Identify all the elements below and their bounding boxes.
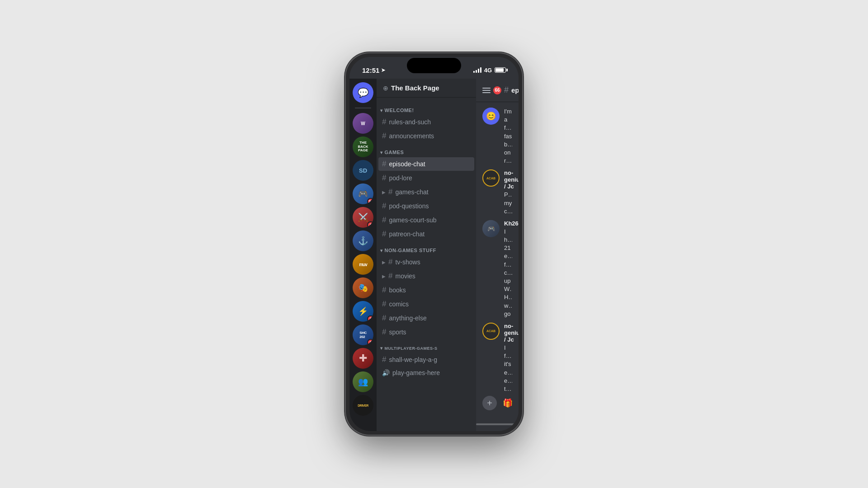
notification-badge: 66 [493, 86, 501, 94]
channel-name-play-games-here: play-games-here [392, 369, 440, 376]
message-text: I find it's easie [504, 344, 512, 377]
channel-item-patreon-chat[interactable]: # patreon-chat [378, 227, 474, 241]
message-header: no-genius / Jc [504, 169, 512, 190]
channel-item-games-court[interactable]: # games-court-sub [378, 213, 474, 227]
hash-icon: # [382, 202, 386, 211]
channel-name-pod-lore: pod-lore [389, 174, 412, 182]
server-badge-28: 28 [367, 198, 373, 204]
compass-icon: ⊕ [383, 84, 388, 92]
category-label: MULTIPLAYER-GAMES-S [385, 346, 438, 351]
add-button[interactable]: + [482, 396, 497, 410]
channel-name-episode-chat: episode-chat [389, 160, 425, 168]
server-name-label: The Back Page [391, 84, 439, 92]
category-games[interactable]: ▾ GAMES [377, 143, 476, 157]
channel-item-pod-lore[interactable]: # pod-lore [378, 171, 474, 185]
avatar: ACAB [482, 323, 500, 340]
chevron-down-icon: ▾ [380, 346, 383, 351]
channel-item-pod-questions[interactable]: # pod-questions [378, 199, 474, 213]
message-item: ACAB no-genius / Jc I find it's easie ev… [476, 321, 519, 392]
message-text: I have 21 episo [504, 228, 512, 261]
message-text: Wowzer [504, 285, 512, 293]
message-body: Kh2698 Yeste I have 21 episo fully caugh… [504, 220, 512, 318]
message-author: no-genius / Jc [504, 169, 519, 190]
message-text-2: behind on regu [504, 141, 512, 165]
channel-item-episode-chat[interactable]: # episode-chat [378, 157, 474, 171]
server-icon-driver[interactable]: DRIVER [353, 395, 373, 416]
server-icon-sonic[interactable]: ⚡ 3 [353, 301, 373, 322]
chat-area: 66 # episode- 😊 I'm a fairly fas [476, 79, 519, 431]
hash-icon: # [382, 328, 386, 337]
channel-name-shall-we-play: shall-we-play-a-g [389, 356, 437, 363]
channel-item-shall-we-play[interactable]: # shall-we-play-a-g [378, 353, 474, 366]
chat-channel-name: episode- [511, 86, 519, 94]
server-icon-red[interactable]: ✚ [353, 348, 373, 369]
server-icon-pirate[interactable]: ⚓ [353, 230, 373, 251]
channel-item-sports[interactable]: # sports [378, 325, 474, 339]
channel-name-tv-shows: tv-shows [395, 258, 420, 266]
server-badge-shc: 3 [367, 339, 373, 345]
channel-item-play-games-here[interactable]: 🔊 play-games-here [378, 367, 474, 379]
channel-item-books[interactable]: # books [378, 283, 474, 297]
channel-header[interactable]: ⊕ The Back Page [377, 79, 476, 98]
hamburger-button[interactable] [482, 88, 491, 93]
hash-icon: # [382, 230, 386, 239]
message-body: I'm a fairly fas behind on regu [504, 108, 512, 165]
chevron-down-icon: ▾ [380, 150, 383, 155]
message-text: fully caught up [504, 261, 512, 286]
server-icon-blue[interactable]: 🎮 28 [353, 183, 373, 204]
server-icon-group[interactable]: 👥 [353, 371, 373, 392]
channel-item-movies[interactable]: ▶ # movies [378, 269, 474, 283]
messages-list: 😊 I'm a fairly fas behind on regu ACAB [476, 102, 519, 392]
avatar: 😊 [482, 108, 500, 125]
channel-item-rules[interactable]: # rules-and-such [378, 115, 474, 129]
server-badge-1: 1 [367, 221, 373, 228]
message-text: I'm a fairly fas [504, 108, 512, 141]
server-icon-cartoon[interactable]: 🎭 [353, 277, 373, 298]
phone-frame: 12:51 ➤ 4G [346, 53, 522, 435]
channel-name-pod-questions: pod-questions [389, 202, 429, 210]
server-icon-sd[interactable]: SD [353, 160, 373, 181]
channel-name-sports: sports [389, 328, 406, 336]
message-body: no-genius / Jc Picked my cop [504, 169, 512, 216]
channel-item-games-chat[interactable]: ▶ # games-chat [378, 185, 474, 199]
phone-screen: 12:51 ➤ 4G [349, 57, 519, 431]
hash-icon: # [382, 314, 386, 323]
chat-input-area: + 🎁 [476, 392, 519, 418]
channel-name-games-chat: games-chat [395, 188, 428, 196]
channel-sidebar: ⊕ The Back Page ▾ WELCOME! # rules-and-s… [377, 79, 476, 431]
status-right: 4G [473, 67, 506, 74]
message-text: Helps work go [504, 293, 512, 318]
message-text: Picked my cop [504, 191, 512, 216]
channel-name-patreon-chat: patreon-chat [389, 230, 425, 238]
channel-item-comics[interactable]: # comics [378, 297, 474, 311]
server-icon-shc[interactable]: SHC202 3 [353, 324, 373, 345]
hash-icon: # [382, 174, 386, 183]
gift-button[interactable]: 🎁 [500, 396, 515, 410]
message-header: Kh2698 Yeste [504, 220, 512, 227]
server-icon-wretched[interactable]: W [353, 113, 373, 134]
category-welcome[interactable]: ▾ WELCOME! [377, 101, 476, 115]
message-item: 😊 I'm a fairly fas behind on regu [476, 106, 519, 167]
channel-name-anything-else: anything-else [389, 314, 426, 322]
server-icon-backpage[interactable]: THEBACKPAGE [353, 136, 373, 157]
speaker-icon: 🔊 [382, 369, 390, 376]
channel-item-tv-shows[interactable]: ▶ # tv-shows [378, 255, 474, 269]
channel-name-rules: rules-and-such [389, 118, 431, 126]
category-non-games[interactable]: ▾ NON-GAMES STUFF [377, 241, 476, 255]
server-icon-home[interactable]: 💬 [353, 82, 373, 103]
message-item: ACAB no-genius / Jc Picked my cop [476, 168, 519, 217]
channel-item-anything-else[interactable]: # anything-else [378, 311, 474, 325]
chevron-right-icon: ▶ [382, 274, 386, 279]
chevron-right-icon: ▶ [382, 260, 386, 265]
server-icon-muv[interactable]: muv [353, 254, 373, 275]
channels-list: ▾ WELCOME! # rules-and-such # announceme… [377, 98, 476, 431]
category-label: GAMES [385, 150, 404, 155]
chat-header: 66 # episode- [476, 79, 519, 102]
category-multiplayer[interactable]: ▾ MULTIPLAYER-GAMES-S [377, 339, 476, 352]
message-author: Kh2698 [504, 220, 519, 227]
location-arrow-icon: ➤ [381, 67, 385, 73]
channel-item-announcements[interactable]: # announcements [378, 129, 474, 143]
channel-name-movies: movies [395, 272, 415, 280]
hash-icon: # [388, 272, 392, 281]
server-icon-anime[interactable]: ⚔️ 1 [353, 207, 373, 228]
